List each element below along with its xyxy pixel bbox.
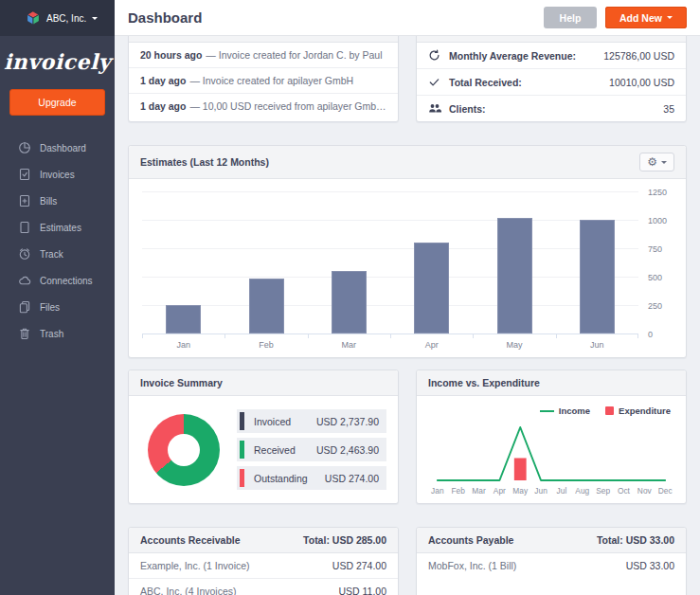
amount-value: USD 274.00: [332, 560, 386, 571]
activity-item[interactable]: 20 hours ago — Invoice created for Jorda…: [129, 43, 398, 67]
x-axis-tick: [637, 334, 638, 338]
x-axis-label: Feb: [224, 340, 307, 350]
activity-time: 1 day ago: [140, 100, 186, 112]
activity-item[interactable]: 1 day ago — 10,00 USD received from apil…: [129, 93, 398, 118]
legend-row-outstanding: Outstanding USD 274.00: [237, 466, 386, 490]
sidebar: invoicely Upgrade Dashboard Invoices Bil…: [0, 36, 115, 595]
svg-text:Feb: Feb: [451, 486, 465, 496]
legend-label: Invoiced: [254, 416, 291, 427]
income-line-swatch: [540, 410, 554, 412]
legend-label: Outstanding: [254, 473, 308, 484]
income-expenditure-line-chart: JanFebMarAprMayJunJulAugSepOctNovDec: [428, 416, 674, 497]
activity-time: 20 hours ago: [140, 49, 202, 61]
glance-row: Monthly Average Revenue: 125786,00 USD: [417, 43, 686, 68]
help-button[interactable]: Help: [544, 7, 597, 28]
x-axis-label: Jan: [142, 340, 224, 350]
accounts-receivable-panel: Accounts Receivable Total: USD 285.00 Ex…: [128, 527, 399, 595]
bar-jan: [166, 305, 201, 334]
estimate-document-icon: [18, 221, 31, 234]
panel-title: Income vs. Expenditure: [428, 377, 540, 388]
add-new-label: Add New: [619, 12, 662, 24]
sidebar-item-invoices[interactable]: Invoices: [0, 161, 115, 188]
sidebar-item-trash[interactable]: Trash: [0, 320, 115, 347]
upgrade-button[interactable]: Upgrade: [9, 89, 105, 116]
gridline: [142, 305, 638, 306]
line-chart-legend: Income Expenditure: [428, 404, 674, 416]
x-axis-labels: JanFebMarAprMayJun: [142, 340, 638, 350]
sidebar-item-estimates[interactable]: Estimates: [0, 214, 115, 241]
sidebar-item-dashboard[interactable]: Dashboard: [0, 135, 115, 161]
svg-text:Apr: Apr: [494, 486, 506, 496]
main-content: Recent Activity View Activity Log 20 hou…: [115, 0, 700, 595]
sidebar-item-label: Dashboard: [40, 143, 86, 153]
glance-label: Total Received:: [449, 77, 522, 88]
legend-label: Received: [254, 444, 296, 456]
x-axis-tick: [308, 334, 309, 338]
topbar: ABC, Inc. Dashboard Help Add New: [0, 0, 700, 36]
svg-text:Jun: Jun: [534, 486, 547, 496]
sidebar-item-label: Files: [40, 302, 60, 313]
y-axis-label: 250: [648, 301, 662, 311]
svg-text:Dec: Dec: [658, 486, 673, 496]
topbar-main: Dashboard Help Add New: [115, 0, 700, 36]
receivable-row[interactable]: Example, Inc. (1 Invoice) USD 274.00: [129, 553, 398, 578]
svg-text:Jul: Jul: [557, 486, 567, 496]
amount-value: USD 11.00: [338, 586, 386, 595]
legend-swatch: [240, 469, 244, 487]
payable-row[interactable]: MobFox, Inc. (1 Bill) USD 33.00: [417, 553, 686, 578]
gridline: [142, 220, 638, 221]
svg-text:Oct: Oct: [618, 486, 631, 496]
invoice-summary-donut-chart: [148, 414, 220, 486]
amount-value: USD 33.00: [626, 560, 674, 571]
add-new-button[interactable]: Add New: [605, 7, 687, 28]
client-label: ABC, Inc. (4 Invoices): [140, 586, 237, 595]
sidebar-item-connections[interactable]: Connections: [0, 267, 115, 294]
trash-icon: [18, 327, 31, 340]
gridline: [142, 191, 638, 192]
legend-row-received: Received USD 2,463.90: [237, 438, 386, 461]
gridline: [142, 277, 638, 278]
check-icon: [428, 76, 442, 88]
svg-text:Sep: Sep: [596, 486, 610, 496]
expenditure-square-swatch: [605, 406, 614, 415]
bar-jun: [580, 220, 615, 334]
sidebar-nav: Dashboard Invoices Bills Estimates Track…: [0, 135, 115, 347]
alarm-clock-icon: [18, 247, 31, 261]
legend-label: Expenditure: [619, 406, 671, 416]
y-axis-label: 750: [648, 244, 662, 254]
legend-value: USD 2,463.90: [316, 444, 379, 456]
glance-value: 35: [663, 103, 674, 115]
sidebar-item-files[interactable]: Files: [0, 294, 115, 320]
x-axis-tick: [390, 334, 391, 338]
company-switcher[interactable]: ABC, Inc.: [0, 0, 115, 36]
y-axis-label: 0: [648, 330, 653, 339]
activity-item[interactable]: 1 day ago — Invoice created for apilayer…: [129, 67, 398, 93]
sidebar-item-track[interactable]: Track: [0, 241, 115, 267]
sidebar-item-bills[interactable]: Bills: [0, 188, 115, 214]
chart-settings-button[interactable]: ⚙: [639, 153, 674, 171]
page-title: Dashboard: [128, 9, 202, 26]
refresh-icon: [428, 49, 442, 62]
chevron-down-icon: [661, 161, 667, 164]
glance-label: Monthly Average Revenue:: [449, 50, 576, 62]
glance-row: Clients: 35: [417, 95, 686, 121]
legend-label: Income: [559, 406, 590, 416]
invoicely-logo: invoicely: [0, 49, 115, 74]
svg-text:May: May: [512, 486, 529, 496]
invoice-summary-panel: Invoice Summary Invoiced USD 2,737.90 Re…: [128, 370, 399, 504]
x-axis-label: Apr: [390, 340, 473, 350]
chevron-down-icon: [667, 16, 673, 19]
company-cube-icon: [26, 10, 41, 26]
glance-label: Clients:: [449, 103, 486, 115]
connections-cloud-icon: [18, 274, 31, 287]
legend-value: USD 2,737.90: [316, 416, 379, 427]
y-axis-label: 1000: [648, 216, 667, 225]
panel-title: Accounts Payable: [428, 534, 513, 546]
activity-time: 1 day ago: [140, 75, 186, 86]
accounts-payable-panel: Accounts Payable Total: USD 33.00 MobFox…: [416, 527, 687, 595]
panel-title: Estimates (Last 12 Months): [140, 156, 269, 168]
dashboard-icon: [18, 141, 31, 154]
panel-title: Invoice Summary: [140, 377, 223, 388]
receivable-row[interactable]: ABC, Inc. (4 Invoices) USD 11.00: [129, 578, 398, 595]
sidebar-item-label: Track: [40, 249, 63, 260]
